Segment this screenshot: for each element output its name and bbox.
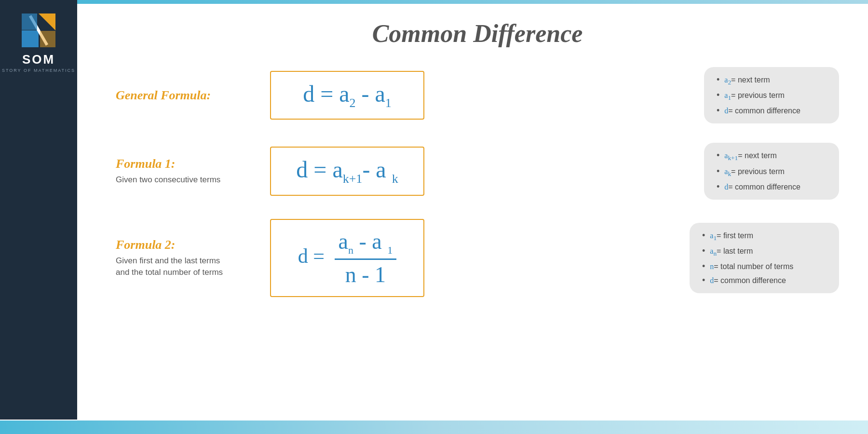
general-formula-math: d = a2 - a1 — [303, 81, 392, 110]
svg-marker-3 — [22, 14, 37, 30]
svg-marker-1 — [22, 30, 39, 47]
legend-item-d1: • d = common difference — [717, 106, 827, 116]
legend-item-an: • an= last term — [702, 246, 827, 258]
bullet-7: • — [702, 231, 705, 241]
formula2-math: d = an - a 1 n - 1 — [298, 229, 396, 287]
svg-marker-4 — [40, 31, 55, 47]
logo-subtext: STORY OF MATHEMATICS — [2, 68, 75, 73]
bullet-10: • — [702, 275, 705, 285]
legend-item-ak1: • ak+1= next term — [717, 150, 827, 162]
formula1-label: Formula 1: Given two consecutive terms — [116, 157, 251, 186]
formula1-math: d = ak+1- a k — [296, 156, 398, 186]
bullet-8: • — [702, 246, 705, 256]
legend-item-a1-first: • a1= first term — [702, 231, 827, 242]
formula2-name: Formula 2: — [116, 238, 251, 252]
formula2-label: Formula 2: Given first and the last term… — [116, 238, 251, 278]
bullet-5: • — [717, 166, 719, 176]
bullet-9: • — [702, 261, 705, 271]
legend-item-d3: • d = common difference — [702, 275, 827, 285]
general-formula-label: General Formula: — [116, 88, 251, 103]
bullet-3: • — [717, 106, 719, 116]
formula2-box: d = an - a 1 n - 1 — [270, 219, 424, 297]
formula1-desc: Given two consecutive terms — [116, 174, 251, 186]
legend-item-a2: • a2= next term — [717, 75, 827, 86]
bottom-accent-bar — [0, 420, 868, 434]
formula2-row: Formula 2: Given first and the last term… — [116, 219, 839, 297]
formula2-desc: Given first and the last terms and the t… — [116, 255, 251, 278]
fraction-denominator: n - 1 — [345, 260, 386, 287]
general-legend-box: • a2= next term • a1= previous term • d … — [704, 67, 839, 123]
formula1-legend-box: • ak+1= next term • ak= previous term • … — [704, 143, 839, 199]
general-formula-box: d = a2 - a1 — [270, 71, 424, 120]
main-content: Common Difference General Formula: d = a… — [77, 0, 868, 420]
bullet-1: • — [717, 75, 719, 85]
formula2-legend-box: • a1= first term • an= last term • n = t… — [690, 223, 839, 293]
legend-item-a1: • a1= previous term — [717, 90, 827, 102]
svg-marker-0 — [39, 14, 55, 30]
som-logo-icon — [17, 9, 60, 52]
bullet-6: • — [717, 182, 719, 192]
fraction-numerator: an - a 1 — [335, 229, 397, 260]
formula1-name: Formula 1: — [116, 157, 251, 171]
bullet-2: • — [717, 90, 719, 100]
bullet-4: • — [717, 150, 719, 161]
logo-panel: SOM STORY OF MATHEMATICS — [0, 0, 77, 420]
page-title: Common Difference — [116, 19, 839, 48]
formula2-fraction: an - a 1 n - 1 — [335, 229, 397, 287]
general-formula-row: General Formula: d = a2 - a1 • a2= next … — [116, 67, 839, 123]
formula1-row: Formula 1: Given two consecutive terms d… — [116, 143, 839, 199]
logo-text: SOM — [22, 52, 55, 67]
legend-item-ak: • ak= previous term — [717, 166, 827, 178]
legend-item-n: • n = total number of terms — [702, 261, 827, 271]
general-formula-name: General Formula: — [116, 88, 251, 103]
formula1-box: d = ak+1- a k — [270, 147, 424, 196]
legend-item-d2: • d = common difference — [717, 182, 827, 192]
